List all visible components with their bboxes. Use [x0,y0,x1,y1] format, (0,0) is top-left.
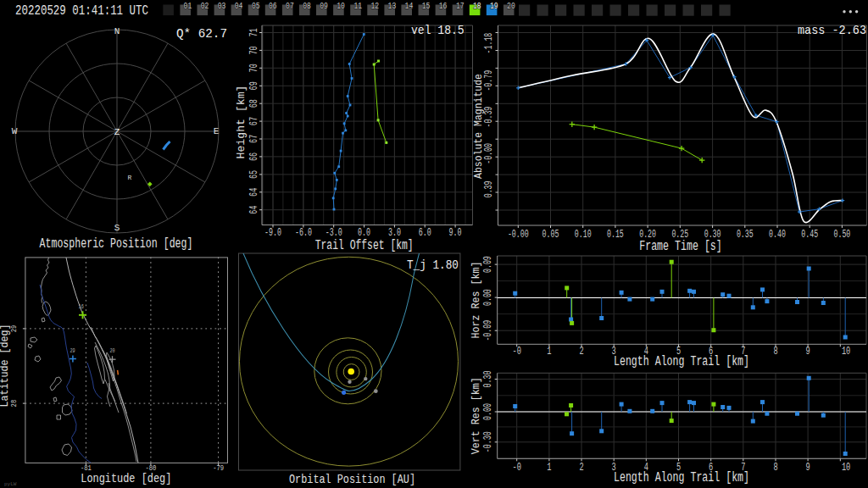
svg-text:6.0: 6.0 [419,227,431,239]
svg-text:17: 17 [456,1,465,11]
svg-text:mass -2.63: mass -2.63 [798,24,866,38]
svg-text:-0.00: -0.00 [508,229,529,241]
svg-text:Longitude [deg]: Longitude [deg] [81,472,171,486]
svg-text:-1.18: -1.18 [483,33,495,54]
svg-text:0.15: 0.15 [607,229,624,241]
svg-text:14: 14 [405,1,414,11]
svg-text:0.39: 0.39 [483,181,495,198]
svg-text:09: 09 [320,1,328,11]
svg-text:Length Along Trail [km]: Length Along Trail [km] [614,354,749,369]
svg-text:Absolute Magnitude: Absolute Magnitude [472,74,485,179]
svg-text:20220529 01:41:11 UTC: 20220529 01:41:11 UTC [15,3,148,19]
svg-text:08: 08 [303,1,311,11]
svg-text:Orbital Position [AU]: Orbital Position [AU] [289,473,415,487]
svg-text:69: 69 [248,81,260,90]
svg-text:71: 71 [248,28,260,36]
svg-text:0.45: 0.45 [801,229,818,241]
svg-text:8: 8 [773,462,777,474]
svg-text:0.50: 0.50 [834,229,851,241]
svg-text:66: 66 [248,152,260,161]
svg-text:1: 1 [547,346,551,358]
svg-text:W: W [12,126,18,136]
svg-text:0.05: 0.05 [542,229,559,241]
svg-text:67: 67 [248,135,260,143]
svg-text:0.00: 0.00 [482,289,494,306]
svg-text:20: 20 [109,347,115,354]
svg-text:N: N [114,26,120,36]
svg-text:-0.00: -0.00 [483,143,495,164]
svg-text:12: 12 [371,1,380,11]
svg-text:Atmospheric Position [deg]: Atmospheric Position [deg] [40,236,193,252]
svg-text:Z: Z [114,127,120,137]
svg-text:Frame Time [s]: Frame Time [s] [639,239,722,254]
svg-text:Q* 62.7: Q* 62.7 [176,27,227,42]
svg-text:Trail Offset [km]: Trail Offset [km] [315,238,414,253]
svg-text:05: 05 [252,1,260,11]
svg-text:67: 67 [248,117,260,125]
svg-text:Horz Res [km]: Horz Res [km] [470,262,482,339]
svg-text:03: 03 [218,1,226,11]
svg-text:02: 02 [201,1,209,11]
svg-text:10: 10 [842,346,850,358]
svg-text:-0: -0 [513,462,521,474]
svg-text:0.35: 0.35 [737,229,754,241]
svg-text:Latitude [deg]: Latitude [deg] [0,324,11,408]
svg-text:0.09: 0.09 [482,256,494,273]
svg-text:07: 07 [286,1,294,11]
svg-text:Length Along Trail [km]: Length Along Trail [km] [614,470,749,485]
svg-text:R: R [128,174,132,181]
svg-text:64: 64 [248,188,260,197]
svg-text:16: 16 [439,1,448,11]
svg-text:2: 2 [579,462,583,474]
svg-text:-6.0: -6.0 [295,227,312,239]
svg-text:01: 01 [184,1,192,11]
svg-text:-79: -79 [213,463,224,473]
svg-text:11: 11 [353,1,362,11]
svg-text:3.0: 3.0 [388,227,401,239]
svg-text:13: 13 [388,1,397,11]
svg-text:9.0: 9.0 [449,227,462,239]
svg-text:0.10: 0.10 [575,229,592,241]
svg-text:15: 15 [422,1,431,11]
svg-text:-0.79: -0.79 [483,70,495,92]
svg-text:10: 10 [337,1,345,11]
svg-text:29: 29 [70,347,75,354]
svg-text:9: 9 [806,346,810,358]
svg-text:pyLW: pyLW [4,481,17,487]
svg-text:2: 2 [579,346,583,358]
svg-text:E: E [214,126,220,136]
svg-text:19: 19 [490,1,498,11]
svg-text:S: S [114,223,120,233]
svg-text:04: 04 [235,1,243,11]
svg-text:64: 64 [248,206,260,214]
svg-text:20: 20 [507,1,515,11]
svg-text:1: 1 [547,462,551,474]
svg-text:9: 9 [806,462,810,474]
svg-text:68: 68 [248,99,260,108]
svg-text:0.0: 0.0 [358,227,370,239]
svg-text:70: 70 [248,64,260,72]
svg-text:0.30: 0.30 [482,371,494,388]
svg-text:-0: -0 [513,346,521,358]
svg-text:-0.09: -0.09 [482,320,494,341]
svg-text:06: 06 [269,1,277,11]
svg-text:70: 70 [248,46,260,54]
svg-text:65: 65 [248,170,260,179]
svg-text:Vert Res [km]: Vert Res [km] [470,377,482,454]
svg-text:-0.30: -0.30 [482,431,494,452]
svg-text:8: 8 [773,346,777,358]
svg-text:16: 16 [79,303,85,310]
svg-text:0.00: 0.00 [482,403,494,420]
svg-text:0.40: 0.40 [769,229,786,241]
svg-text:-0.39: -0.39 [483,107,495,128]
svg-text:-3.0: -3.0 [326,227,342,239]
svg-text:18: 18 [473,1,481,11]
svg-text:T_j 1.80: T_j 1.80 [407,258,459,273]
svg-text:Height [km]: Height [km] [236,86,248,159]
svg-text:vel 18.5: vel 18.5 [411,24,465,38]
svg-text:-9.0: -9.0 [264,227,281,239]
svg-text:10: 10 [842,462,850,474]
